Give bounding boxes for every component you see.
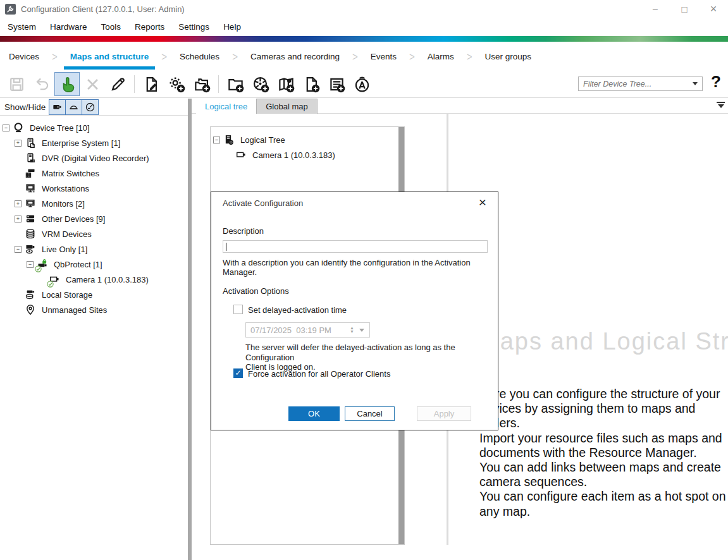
- tab-logical-tree[interactable]: Logical tree: [196, 99, 256, 114]
- description-label: Description: [223, 226, 264, 236]
- menu-item-system[interactable]: System: [1, 22, 43, 32]
- activate-configuration-button[interactable]: [54, 72, 80, 96]
- tree-item-live-only[interactable]: −Live Only [1]: [0, 241, 188, 257]
- close-button[interactable]: ×: [699, 0, 728, 18]
- tree-item-monitors[interactable]: +Monitors [2]: [0, 196, 188, 211]
- maximize-button[interactable]: □: [670, 0, 699, 18]
- tree-item-vrm-devices[interactable]: VRM Devices: [0, 226, 188, 241]
- tree-item-enterprise-system[interactable]: +Enterprise System [1]: [0, 135, 188, 150]
- add-map-link-button[interactable]: [273, 72, 299, 96]
- toggle-cameras[interactable]: [49, 99, 66, 115]
- local-storage-icon: [25, 289, 37, 300]
- collapse-pane-icon[interactable]: [717, 102, 725, 108]
- tree-item-camera-1[interactable]: Camera 1 (10.0.3.183): [211, 147, 404, 162]
- description-input[interactable]: [223, 240, 488, 253]
- panel-splitter[interactable]: [188, 99, 192, 560]
- delayed-activation-datetime[interactable]: 07/17/2025 03:19 PM ▲▼: [245, 322, 370, 338]
- page-tab-schedules[interactable]: Schedules: [171, 42, 228, 71]
- dropdown-arrow-icon[interactable]: [359, 329, 364, 332]
- page-tab-events[interactable]: Events: [362, 42, 405, 71]
- datetime-value: 07/17/2025 03:19 PM: [246, 326, 350, 335]
- apply-button[interactable]: Apply: [417, 406, 471, 421]
- expander-icon[interactable]: +: [15, 200, 22, 207]
- tree-item-workstations[interactable]: Workstations: [0, 181, 188, 196]
- add-device-button[interactable]: [164, 72, 189, 96]
- chevron-right-icon: >: [232, 49, 238, 63]
- rename-button[interactable]: [105, 72, 130, 96]
- page-tab-cameras-and-recording[interactable]: Cameras and recording: [242, 42, 349, 71]
- menu-item-tools[interactable]: Tools: [94, 22, 128, 32]
- ok-button[interactable]: OK: [288, 406, 340, 421]
- dropdown-arrow-icon[interactable]: [693, 82, 698, 85]
- configuration-client-window: Configuration Client (127.0.0.1, User: A…: [0, 0, 728, 560]
- tree-item-qbprotect[interactable]: −QbProtect [1]: [0, 257, 188, 272]
- edit-document-icon: [143, 76, 160, 93]
- expander-icon[interactable]: −: [3, 125, 9, 131]
- tree-item-label: DVR (Digital Video Recorder): [42, 154, 149, 163]
- expander-icon[interactable]: +: [15, 140, 22, 147]
- tab-global-map[interactable]: Global map: [256, 99, 317, 114]
- add-folder-button[interactable]: [223, 72, 248, 96]
- filter-input[interactable]: [579, 80, 693, 88]
- device-tree-icon: [13, 122, 25, 133]
- expander-icon[interactable]: −: [213, 137, 220, 143]
- tree-item-label: Camera 1 (10.0.3.183): [66, 275, 149, 284]
- activation-options-label: Activation Options: [223, 286, 289, 296]
- delayed-activation-checkbox[interactable]: [233, 305, 243, 314]
- page-tab-devices[interactable]: Devices: [0, 42, 48, 71]
- add-resource-button[interactable]: [324, 72, 349, 96]
- activate-configuration-dialog: Activate Configuration × Description Wit…: [211, 192, 498, 430]
- expander-icon[interactable]: −: [27, 261, 34, 268]
- tree-item-label: Device Tree [10]: [30, 123, 90, 133]
- add-maps-button[interactable]: [189, 72, 214, 96]
- tree-item-local-storage[interactable]: Local Storage: [0, 287, 188, 302]
- page-tab-user-groups[interactable]: User groups: [476, 42, 541, 71]
- add-resource-icon: [328, 76, 345, 93]
- brand-gradient-bar: [0, 36, 728, 42]
- force-activation-label: Force activation for all Operator Client…: [248, 369, 390, 379]
- menu-item-reports[interactable]: Reports: [128, 22, 171, 32]
- qbprotect-icon: [37, 259, 49, 270]
- force-activation-checkbox[interactable]: ✓: [233, 368, 243, 378]
- tree-item-device-tree[interactable]: −Device Tree [10]: [0, 120, 188, 135]
- check-badge-icon: [35, 265, 42, 272]
- tree-item-other-devices[interactable]: +Other Devices [9]: [0, 211, 188, 226]
- menu-bar: SystemHardwareToolsReportsSettingsHelp: [0, 18, 728, 36]
- minimize-button[interactable]: –: [641, 0, 670, 18]
- menu-item-help[interactable]: Help: [216, 22, 248, 32]
- tree-item-unmanaged-sites[interactable]: Unmanaged Sites: [0, 302, 188, 317]
- page-tab-alarms[interactable]: Alarms: [419, 42, 463, 71]
- edit-document-button[interactable]: [139, 72, 164, 96]
- undo-icon: [34, 76, 51, 93]
- add-device-icon: [168, 76, 185, 93]
- dialog-close-icon[interactable]: ×: [475, 195, 490, 210]
- add-document-icon: [303, 76, 320, 93]
- spinner-icon[interactable]: ▲▼: [350, 326, 354, 334]
- device-tree-filter[interactable]: [578, 76, 703, 91]
- tree-item-label: Live Only [1]: [42, 245, 87, 254]
- cancel-button[interactable]: Cancel: [345, 406, 395, 421]
- add-camera-sequence-button[interactable]: [248, 72, 273, 96]
- delete-button: [80, 72, 105, 96]
- add-document-button[interactable]: [299, 72, 324, 96]
- title-bar: Configuration Client (127.0.0.1, User: A…: [0, 0, 728, 18]
- page-tab-maps-and-structure[interactable]: Maps and structure: [61, 42, 158, 71]
- add-folder-icon: [227, 76, 244, 93]
- toggle-other[interactable]: [82, 99, 99, 115]
- tree-item-camera-1[interactable]: Camera 1 (10.0.3.183): [0, 272, 188, 287]
- expander-icon[interactable]: +: [15, 216, 22, 222]
- tree-item-label: Other Devices [9]: [42, 214, 105, 224]
- camera-icon: [235, 149, 248, 161]
- toolbar-separator: [218, 75, 219, 93]
- tree-item-dvr[interactable]: DVR (Digital Video Recorder): [0, 150, 188, 166]
- add-malfunction-relay-button[interactable]: [349, 72, 374, 96]
- menu-item-hardware[interactable]: Hardware: [43, 22, 94, 32]
- vrm-icon: [25, 228, 37, 240]
- toggle-domes[interactable]: [66, 99, 82, 115]
- menu-item-settings[interactable]: Settings: [171, 22, 216, 32]
- expander-icon[interactable]: −: [15, 246, 22, 253]
- tree-item-matrix-switches[interactable]: Matrix Switches: [0, 166, 188, 181]
- help-button[interactable]: ?: [711, 72, 721, 92]
- tree-item-logical-tree-root[interactable]: −Logical Tree: [211, 132, 404, 147]
- chevron-right-icon: >: [52, 49, 58, 63]
